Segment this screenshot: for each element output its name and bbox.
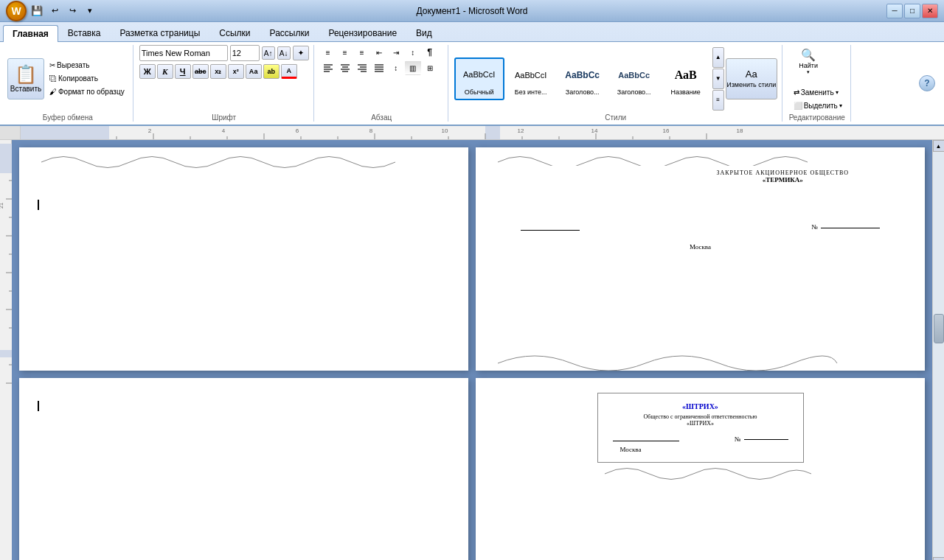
editing-sub-buttons: ⇄Заменить▾ ⬜Выделить▾ [790, 86, 846, 112]
svg-rect-46 [0, 144, 12, 173]
styles-scroll-down[interactable]: ▼ [712, 69, 724, 89]
increase-indent-button[interactable]: ⇥ [388, 45, 404, 60]
close-button[interactable]: ✕ [922, 4, 938, 18]
style-title-label: Название [671, 88, 701, 96]
font-color-button[interactable]: A [281, 64, 297, 79]
change-styles-button[interactable]: Аа Изменить стили [726, 58, 777, 99]
style-no-spacing[interactable]: AaBbCcI Без инте... [506, 57, 556, 100]
tab-insert[interactable]: Вставка [58, 24, 111, 41]
help-button[interactable]: ? [919, 75, 935, 91]
ribbon-right: ? [853, 45, 941, 122]
multilevel-button[interactable]: ≡ [354, 45, 370, 60]
paragraph-content: ≡ ≡ ≡ ⇤ ⇥ ↕ ¶ [320, 45, 438, 112]
style-title-preview: АаВ [664, 62, 708, 88]
office-button[interactable]: W [6, 1, 27, 21]
editing-label: Редактирование [788, 112, 846, 122]
paragraph-label: Абзац [320, 112, 443, 122]
svg-text:10: 10 [442, 127, 448, 134]
page-3[interactable] [19, 378, 468, 560]
page-2[interactable]: ЗАКРЫТОЕ АКЦИОНЕРНОЕ ОБЩЕСТВО «ТЕРМИКА» … [476, 147, 925, 371]
scroll-thumb[interactable] [934, 314, 944, 343]
copy-button[interactable]: ⿻Копировать [46, 72, 128, 85]
subscript-button[interactable]: x₂ [210, 64, 226, 79]
show-marks-button[interactable]: ¶ [422, 45, 438, 60]
quick-access-undo[interactable]: ↩ [47, 4, 62, 18]
strikethrough-button[interactable]: abc [192, 64, 209, 79]
shtrikh-name: «ШТРИХ» [613, 402, 788, 410]
quick-access-dropdown[interactable]: ▾ [83, 4, 97, 18]
tab-view[interactable]: Вид [406, 24, 442, 41]
decrease-indent-button[interactable]: ⇤ [371, 45, 387, 60]
styles-label: Стили [454, 112, 777, 122]
svg-text:14: 14 [591, 127, 598, 134]
page-1[interactable] [19, 147, 468, 371]
scroll-up-button[interactable]: ▲ [933, 140, 945, 152]
shading-button[interactable]: ▥ [405, 60, 421, 75]
quick-access-save[interactable]: 💾 [30, 4, 44, 18]
font-name-input[interactable] [139, 45, 228, 61]
tab-page-layout[interactable]: Разметка страницы [110, 24, 209, 41]
align-center-button[interactable] [337, 60, 353, 75]
termika-company-name: «ТЕРМИКА» [656, 176, 910, 183]
font-size-input[interactable] [230, 45, 260, 61]
maximize-button[interactable]: □ [904, 4, 920, 18]
bold-button[interactable]: Ж [139, 64, 156, 79]
numbering-button[interactable]: ≡ [337, 45, 353, 60]
format-paint-button[interactable]: 🖌Формат по образцу [46, 85, 128, 98]
svg-text:18: 18 [737, 127, 743, 134]
replace-button[interactable]: ⇄Заменить▾ [790, 86, 846, 99]
font-row1: A↑ A↓ ✦ [139, 45, 309, 61]
align-left-button[interactable] [320, 60, 336, 75]
clear-formatting-button[interactable]: ✦ [293, 46, 309, 60]
svg-rect-17 [21, 126, 109, 139]
font-increase-button[interactable]: A↑ [262, 46, 275, 60]
style-heading2-preview: AaBbCc [612, 62, 656, 88]
termika-company-type: ЗАКРЫТОЕ АКЦИОНЕРНОЕ ОБЩЕСТВО [656, 169, 910, 176]
style-heading2[interactable]: AaBbCc Заголово... [609, 57, 659, 100]
tab-home[interactable]: Главная [3, 25, 58, 42]
styles-group: AaBbCcI Обычный AaBbCcI Без инте... AaBb… [450, 45, 782, 122]
find-button[interactable]: 🔍 Найти ▾ [788, 45, 829, 86]
font-label: Шрифт [139, 112, 309, 122]
bullets-button[interactable]: ≡ [320, 45, 336, 60]
styles-container: AaBbCcI Обычный AaBbCcI Без инте... AaBb… [454, 57, 711, 100]
page3-cursor [38, 401, 41, 411]
main-area: 21 [0, 140, 944, 560]
quick-access-redo[interactable]: ↪ [65, 4, 80, 18]
sort-button[interactable]: ↕ [405, 45, 421, 60]
tab-references[interactable]: Ссылки [209, 24, 260, 41]
svg-text:12: 12 [518, 127, 524, 134]
tab-review[interactable]: Рецензирование [319, 24, 406, 41]
cut-button[interactable]: ✂Вырезать [46, 59, 128, 71]
vertical-ruler: 21 [0, 140, 12, 560]
svg-text:8: 8 [369, 127, 373, 134]
highlight-button[interactable]: ab [263, 64, 280, 79]
align-right-button[interactable] [354, 60, 370, 75]
font-decrease-button[interactable]: A↓ [277, 46, 291, 60]
styles-scroll-up[interactable]: ▲ [712, 47, 724, 68]
italic-button[interactable]: К [157, 64, 173, 79]
paste-button[interactable]: 📋 Вставить [7, 58, 44, 99]
minimize-button[interactable]: ─ [886, 4, 903, 18]
page2-city: Москва [690, 243, 711, 251]
window-controls: ─ □ ✕ [886, 4, 938, 18]
underline-button[interactable]: Ч [175, 64, 191, 79]
change-case-button[interactable]: Аа [246, 64, 262, 79]
svg-rect-47 [0, 350, 12, 357]
ruler-container: 2 4 6 8 10 12 14 16 18 [0, 126, 944, 140]
page-4[interactable]: «ШТРИХ» Общество с ограниченной ответств… [476, 378, 925, 560]
select-button[interactable]: ⬜Выделить▾ [790, 99, 846, 112]
justify-button[interactable] [371, 60, 387, 75]
style-title[interactable]: АаВ Название [661, 57, 711, 100]
style-no-spacing-label: Без инте... [515, 88, 547, 96]
style-normal[interactable]: AaBbCcI Обычный [454, 57, 504, 100]
styles-more[interactable]: ≡ [712, 90, 724, 111]
borders-button[interactable]: ⊞ [422, 60, 438, 75]
scroll-down-button[interactable]: ▼ [933, 557, 945, 560]
line-spacing-button[interactable]: ↕ [388, 60, 404, 75]
superscript-button[interactable]: x² [228, 64, 244, 79]
window-title: Документ1 - Microsoft Word [416, 6, 527, 16]
style-heading1[interactable]: AaBbCc Заголово... [558, 57, 608, 100]
clipboard-label: Буфер обмена [7, 112, 128, 122]
tab-mailings[interactable]: Рассылки [260, 24, 319, 41]
